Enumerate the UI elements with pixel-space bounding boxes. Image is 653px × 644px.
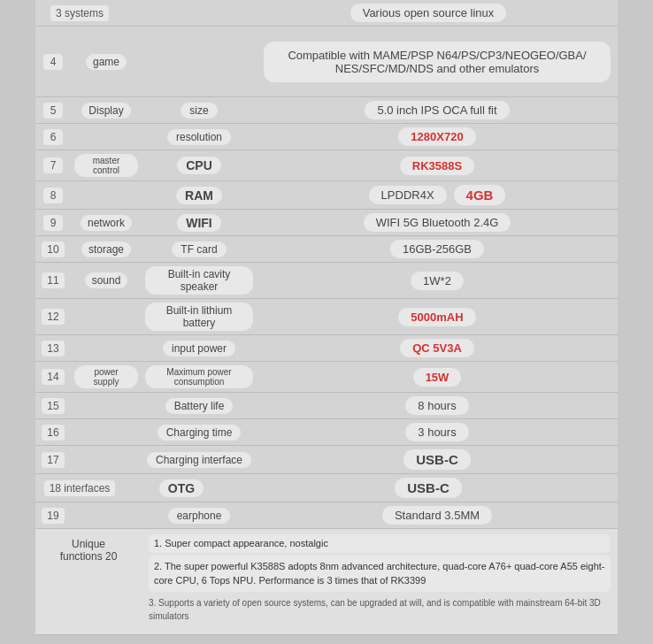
table-row: 11soundBuilt-in cavity speaker1W*2 bbox=[35, 263, 618, 299]
unique-point: 2. The super powerful K3588S adopts 8nm … bbox=[149, 556, 611, 592]
subcategory-label: RAM bbox=[176, 187, 222, 204]
category-label: game bbox=[86, 54, 127, 70]
spec-value: QC 5V3A bbox=[400, 339, 474, 357]
row-number: 18 interfaces bbox=[44, 480, 116, 496]
subcategory-label: Built-in cavity speaker bbox=[145, 266, 253, 295]
table-row: 7master controlCPURK3588S bbox=[35, 150, 618, 181]
row-number: 11 bbox=[42, 272, 64, 288]
spec-value: Compatible with MAME/PSP N64/PS/CP3/NEOG… bbox=[264, 42, 611, 82]
row-number: 3 systems bbox=[50, 5, 109, 21]
row-number: 9 bbox=[43, 215, 63, 231]
table-row: 6resolution1280X720 bbox=[35, 124, 618, 150]
spec-value: 1W*2 bbox=[411, 272, 464, 290]
table-row: 4gameCompatible with MAME/PSP N64/PS/CP3… bbox=[35, 27, 618, 97]
spec-value: 1280X720 bbox=[398, 127, 475, 146]
row-number: 12 bbox=[42, 309, 64, 325]
unique-point: 1. Super compact appearance, nostalgic bbox=[149, 534, 611, 553]
spec-value-secondary: 4GB bbox=[454, 185, 506, 205]
spec-value: 15W bbox=[413, 368, 462, 387]
subcategory-label: resolution bbox=[167, 129, 231, 145]
table-row: 14power supplyMaximum power consumption1… bbox=[35, 362, 618, 393]
subcategory-label: size bbox=[181, 103, 217, 119]
row-number: 14 bbox=[42, 369, 64, 385]
row-number: 19 bbox=[42, 508, 64, 524]
category-label: sound bbox=[85, 272, 128, 288]
subcategory-label: earphone bbox=[168, 508, 231, 524]
table-row: 15Battery life8 hours bbox=[35, 393, 618, 419]
category-label: Display bbox=[81, 103, 130, 119]
category-label: power supply bbox=[74, 365, 138, 388]
spec-value: 5.0 inch IPS OCA full fit bbox=[365, 101, 509, 119]
spec-value: LPDDR4X bbox=[369, 186, 447, 204]
category-label: storage bbox=[81, 242, 131, 257]
table-row: 17Charging interfaceUSB-C bbox=[35, 446, 618, 474]
table-row: 13input powerQC 5V3A bbox=[35, 335, 618, 362]
row-number: 5 bbox=[43, 103, 63, 119]
subcategory-label: Charging interface bbox=[147, 452, 251, 468]
subcategory-label: WIFI bbox=[177, 214, 221, 232]
unique-content: 1. Super compact appearance, nostalgic2.… bbox=[142, 529, 618, 630]
row-number: 16 bbox=[42, 425, 64, 441]
subcategory-label: Maximum power consumption bbox=[145, 365, 253, 388]
table-row: 16Charging time3 hours bbox=[35, 419, 618, 446]
row-number: 6 bbox=[43, 129, 63, 145]
table-row: 18 interfacesOTGUSB-C bbox=[35, 474, 618, 502]
unique-functions-row: Unique functions 201. Super compact appe… bbox=[35, 529, 618, 635]
spec-value: 8 hours bbox=[405, 396, 468, 415]
row-number: 8 bbox=[43, 188, 63, 203]
subcategory-label: TF card bbox=[172, 242, 226, 257]
row-number: 17 bbox=[42, 452, 64, 468]
spec-table: 3 systemsVarious open source linux4gameC… bbox=[35, 0, 618, 635]
table-row: 8RAMLPDDR4X4GB bbox=[35, 181, 618, 210]
subcategory-label: Battery life bbox=[165, 398, 234, 414]
row-number: 7 bbox=[43, 157, 63, 173]
table-row: 12Built-in lithium battery5000mAH bbox=[35, 299, 618, 335]
subcategory-label: Built-in lithium battery bbox=[145, 303, 253, 331]
table-row: 3 systemsVarious open source linux bbox=[35, 0, 618, 27]
subcategory-label: Charging time bbox=[157, 425, 242, 441]
subcategory-label: input power bbox=[163, 341, 235, 356]
row-number: 10 bbox=[42, 242, 64, 257]
main-container: 3 systemsVarious open source linux4gameC… bbox=[0, 0, 653, 635]
table-row: 5Displaysize5.0 inch IPS OCA full fit bbox=[35, 97, 618, 124]
row-number: 4 bbox=[43, 54, 63, 70]
spec-value: Standard 3.5MM bbox=[382, 506, 492, 525]
spec-value: Various open source linux bbox=[350, 4, 507, 22]
row-number: 13 bbox=[42, 341, 64, 356]
table-row: 19earphoneStandard 3.5MM bbox=[35, 502, 618, 529]
unique-point: 3. Supports a variety of open source sys… bbox=[149, 594, 611, 625]
spec-value: 5000mAH bbox=[398, 308, 475, 326]
spec-value: 16GB-256GB bbox=[390, 240, 484, 258]
unique-label: Unique functions 20 bbox=[35, 529, 142, 571]
table-row: 10storageTF card16GB-256GB bbox=[35, 236, 618, 263]
subcategory-label: OTG bbox=[159, 479, 204, 497]
category-label: master control bbox=[74, 154, 138, 177]
spec-value: RK3588S bbox=[400, 157, 474, 175]
subcategory-label: CPU bbox=[177, 157, 221, 174]
table-row: 9networkWIFIWIFI 5G Bluetooth 2.4G bbox=[35, 210, 618, 236]
spec-value: USB-C bbox=[403, 449, 471, 470]
spec-value: WIFI 5G Bluetooth 2.4G bbox=[364, 213, 511, 232]
category-label: network bbox=[81, 215, 132, 231]
spec-value: USB-C bbox=[395, 478, 462, 498]
spec-value: 3 hours bbox=[405, 423, 468, 441]
row-number: 15 bbox=[42, 398, 64, 414]
